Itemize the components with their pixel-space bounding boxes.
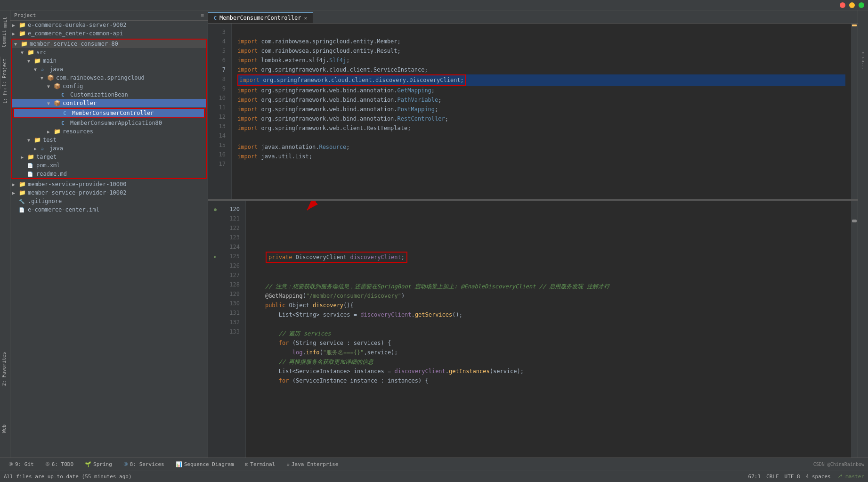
web-side-label[interactable]: Web xyxy=(0,423,8,435)
tree-item-test[interactable]: ▼ 📁 test xyxy=(12,136,206,144)
gutter-121 xyxy=(208,214,222,223)
scroll-thumb[interactable] xyxy=(852,220,857,222)
tree-item-provider10002[interactable]: ▶ 📁 member-service-provider-10002 xyxy=(10,188,208,197)
linenum-129: 129 xyxy=(224,289,243,299)
tree-label-membercontroller: MemberConsumerController xyxy=(72,110,154,116)
tab-close[interactable]: ✕ xyxy=(304,15,307,21)
file-tree: ▶ 📁 e-commerce-eureka-server-9002 ▶ 📁 e_… xyxy=(10,21,208,457)
linenum-3: 3 xyxy=(210,27,229,37)
cursor-position: 67:1 xyxy=(748,474,761,480)
tab-services[interactable]: ⑧ 8: Services xyxy=(119,460,169,469)
project-header-label: Project xyxy=(14,12,36,18)
folder-icon: 📁 xyxy=(19,30,26,37)
tree-arrow-empty xyxy=(21,163,27,168)
ide-container: Commit 1: Project Project ≡ ▶ 📁 e-commer… xyxy=(0,0,868,482)
linenum-131: 131 xyxy=(224,308,243,318)
line-5: import lombok.extern.slf4j.Slf4j; xyxy=(237,57,349,64)
java-src-icon: ☕ xyxy=(41,145,48,152)
main-area: Commit 1: Project Project ≡ ▶ 📁 e-commer… xyxy=(0,10,868,457)
tree-item-custombean[interactable]: C CustomizationBean xyxy=(12,90,206,99)
tree-item-common[interactable]: ▶ 📁 e_commerce_center-common-api xyxy=(10,29,208,38)
xml-icon: 📄 xyxy=(27,163,35,168)
tree-item-provider10000[interactable]: ▶ 📁 member-service-provider-10000 xyxy=(10,180,208,188)
line-6: import org.springframework.cloud.client.… xyxy=(237,66,428,73)
editor-tab-controller[interactable]: C MemberConsumerController ✕ xyxy=(208,12,313,23)
tree-item-pkg[interactable]: ▼ 📦 com.rainbowsea.springcloud xyxy=(12,74,206,82)
tree-label-config: config xyxy=(63,83,83,90)
tree-item-test-java[interactable]: ▶ ☕ java xyxy=(12,144,206,153)
git-icon: 🔧 xyxy=(19,199,26,204)
tree-arrow: ▶ xyxy=(47,129,54,134)
folder-icon: 📁 xyxy=(34,57,41,64)
favorites-side-label[interactable]: 2: Favorites xyxy=(0,350,8,388)
folder-icon: 📁 xyxy=(19,189,26,196)
java-class-icon: C xyxy=(61,92,69,98)
editor-bottom: ● ▶ xyxy=(208,201,858,457)
tree-item-eureka[interactable]: ▶ 📁 e-commerce-eureka-server-9002 xyxy=(10,21,208,29)
encoding: UTF-8 xyxy=(785,474,800,480)
tab-git[interactable]: ⑨ 9: Git xyxy=(4,460,39,469)
tab-spring[interactable]: 🌱 Spring xyxy=(80,460,117,469)
arrow-overlay xyxy=(246,201,851,457)
tree-item-target[interactable]: ▶ 📁 target xyxy=(12,153,206,161)
java-enterprise-icon: ☕ xyxy=(286,461,290,467)
scrollbar-right-top xyxy=(851,24,858,199)
tree-item-java[interactable]: ▼ ☕ java xyxy=(12,65,206,74)
tab-sequence-diagram[interactable]: 📊 Sequence Diagram xyxy=(171,460,239,469)
tab-label: MemberConsumerController xyxy=(219,15,301,21)
line-126: List<String> services = discoveryClient.… xyxy=(251,311,462,318)
linenum-14: 14 xyxy=(210,131,229,140)
linenum-10: 10 xyxy=(210,93,229,103)
java-class-icon: C xyxy=(61,120,69,126)
tree-item-pom[interactable]: 📄 pom.xml xyxy=(12,161,206,170)
tree-arrow: ▼ xyxy=(47,101,54,106)
tree-item-iml[interactable]: 📄 e-commerce-center.iml xyxy=(10,205,208,214)
tab-terminal-label: Terminal xyxy=(250,461,275,467)
tree-item-membercontroller[interactable]: C MemberConsumerController xyxy=(14,109,204,117)
line-7: import org.springframework.cloud.client.… xyxy=(237,74,845,86)
code-content-bottom[interactable]: private DiscoveryClient discoveryClient;… xyxy=(246,201,851,457)
gutter-129 xyxy=(208,289,222,299)
linenum-16: 16 xyxy=(210,150,229,159)
code-view-bottom: ● ▶ xyxy=(208,201,858,457)
tab-terminal[interactable]: ⊡ Terminal xyxy=(241,460,280,469)
line-120: private DiscoveryClient discoveryClient; xyxy=(251,254,407,261)
gutter: ● ▶ xyxy=(208,201,222,457)
services-icon: ⑧ xyxy=(123,461,128,467)
tab-java-enterprise[interactable]: ☕ Java Enterprise xyxy=(282,460,343,469)
tree-item-config[interactable]: ▼ 📦 config xyxy=(12,82,206,90)
line-14: import javax.annotation.Resource; xyxy=(237,144,349,150)
tree-item-application[interactable]: C MemberConsumerApplication80 xyxy=(12,119,206,127)
tree-item-consumer80[interactable]: ▼ 📁 member-service-consumer-80 xyxy=(12,40,206,48)
right-sidebar: e-co... xyxy=(858,10,868,457)
tree-item-main[interactable]: ▼ 📁 main xyxy=(12,57,206,65)
tree-label-main: main xyxy=(43,57,57,64)
commit-side-label[interactable]: Commit xyxy=(0,28,8,49)
tree-item-controller[interactable]: ▼ 📦 controller xyxy=(12,99,206,107)
close-button[interactable] xyxy=(840,2,845,8)
tree-item-gitignore[interactable]: 🔧 .gitignore xyxy=(10,197,208,205)
tree-item-readme[interactable]: 📄 readme.md xyxy=(12,170,206,178)
minimize-button[interactable] xyxy=(849,2,855,8)
linenum-130: 130 xyxy=(224,299,243,308)
tree-label-provider10000: member-service-provider-10000 xyxy=(28,181,127,188)
gutter-icon-120: ● xyxy=(214,207,217,212)
tree-arrow: ▼ xyxy=(47,84,54,89)
project-side-label[interactable]: 1: Project xyxy=(0,57,8,89)
linenum-133: 133 xyxy=(224,327,243,336)
tree-item-resources[interactable]: ▶ 📁 resources xyxy=(12,127,206,136)
tree-label-src: src xyxy=(36,49,47,56)
diagram-icon: 📊 xyxy=(176,461,182,467)
tree-label-target: target xyxy=(36,154,57,160)
line-8: import org.springframework.web.bind.anno… xyxy=(237,87,435,94)
folder-icon: 📁 xyxy=(34,137,41,143)
linenum-4: 4 xyxy=(210,37,229,46)
tree-item-src[interactable]: ▼ 📁 src xyxy=(12,48,206,57)
code-content-top[interactable]: import com.rainbowsea.springcloud.entity… xyxy=(232,24,851,199)
tab-todo[interactable]: ⑥ 6: TODO xyxy=(41,460,78,469)
gutter-126 xyxy=(208,261,222,270)
maximize-button[interactable] xyxy=(859,2,864,8)
line-9: import org.springframework.web.bind.anno… xyxy=(237,97,442,103)
line-131: // 再根据服务名获取更加详细的信息 xyxy=(251,359,373,365)
package-icon: 📦 xyxy=(54,83,61,90)
